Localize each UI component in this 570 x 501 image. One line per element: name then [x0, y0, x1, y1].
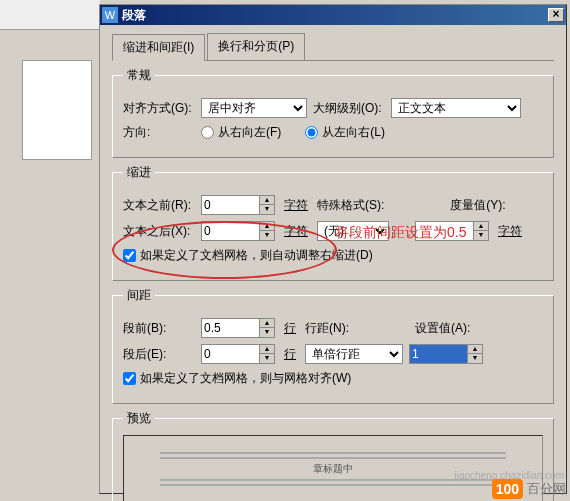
label-direction: 方向:: [123, 124, 195, 141]
label-spacing-before: 段前(B):: [123, 320, 195, 337]
app-icon: W: [102, 7, 118, 23]
legend-spacing: 间距: [123, 287, 155, 304]
chevron-down-icon: ▼: [260, 231, 274, 240]
legend-preview: 预览: [123, 410, 155, 427]
select-special[interactable]: (无): [317, 221, 389, 241]
unit-chars: 字符: [284, 197, 308, 214]
radio-rtl[interactable]: 从右向左(F): [201, 124, 281, 141]
tab-indent-spacing[interactable]: 缩进和间距(I): [112, 34, 205, 61]
chevron-down-icon: ▼: [260, 205, 274, 214]
select-linespacing[interactable]: 单倍行距: [305, 344, 403, 364]
label-measure: 度量值(Y):: [450, 197, 505, 214]
label-special: 特殊格式(S):: [317, 197, 384, 214]
watermark-text: 百分网: [527, 480, 566, 498]
spinner-indent-before[interactable]: ▲▼: [201, 195, 275, 215]
label-alignment: 对齐方式(G):: [123, 100, 195, 117]
paragraph-dialog: W 段落 × 缩进和间距(I) 换行和分页(P) 常规 对齐方式(G): 居中对…: [99, 4, 567, 494]
chevron-down-icon: ▼: [474, 231, 488, 240]
label-linespacing: 行距(N):: [305, 320, 349, 337]
dialog-title: 段落: [122, 7, 548, 24]
select-alignment[interactable]: 居中对齐: [201, 98, 307, 118]
spinner-indent-after[interactable]: ▲▼: [201, 221, 275, 241]
titlebar: W 段落 ×: [100, 5, 566, 25]
check-snap-grid[interactable]: 如果定义了文档网格，则与网格对齐(W): [123, 370, 351, 387]
spinner-spacing-after[interactable]: ▲▼: [201, 344, 275, 364]
chevron-up-icon: ▲: [260, 319, 274, 328]
spinner-measure[interactable]: ▲▼: [415, 221, 489, 241]
watermark-badge: 100: [492, 479, 523, 499]
group-indent: 缩进 文本之前(R): ▲▼ 字符 特殊格式(S): 度量值(Y): 文本之后(…: [112, 164, 554, 281]
check-auto-indent[interactable]: 如果定义了文档网格，则自动调整右缩进(D): [123, 247, 373, 264]
select-outline[interactable]: 正文文本: [391, 98, 521, 118]
legend-general: 常规: [123, 67, 155, 84]
chevron-down-icon: ▼: [260, 328, 274, 337]
tab-strip: 缩进和间距(I) 换行和分页(P): [112, 33, 554, 61]
chevron-up-icon: ▲: [260, 196, 274, 205]
label-spacing-after: 段后(E):: [123, 346, 195, 363]
spinner-setvalue[interactable]: ▲▼: [409, 344, 483, 364]
group-spacing: 间距 段前(B): ▲▼ 行 行距(N): 设置值(A): 段后(E): ▲▼ …: [112, 287, 554, 404]
watermark: 100 百分网: [492, 479, 566, 499]
legend-indent: 缩进: [123, 164, 155, 181]
preview-area: 章标题中: [123, 435, 543, 501]
chevron-down-icon: ▼: [260, 354, 274, 363]
chevron-up-icon: ▲: [260, 345, 274, 354]
label-indent-before: 文本之前(R):: [123, 197, 195, 214]
label-outline: 大纲级别(O):: [313, 100, 385, 117]
group-general: 常规 对齐方式(G): 居中对齐 大纲级别(O): 正文文本 方向: 从右向左(…: [112, 67, 554, 158]
chevron-down-icon: ▼: [468, 354, 482, 363]
spinner-spacing-before[interactable]: ▲▼: [201, 318, 275, 338]
close-icon[interactable]: ×: [548, 8, 564, 22]
label-indent-after: 文本之后(X):: [123, 223, 195, 240]
radio-ltr[interactable]: 从左向右(L): [305, 124, 385, 141]
label-setvalue: 设置值(A):: [415, 320, 470, 337]
group-preview: 预览 章标题中: [112, 410, 554, 501]
tab-line-page-breaks[interactable]: 换行和分页(P): [207, 33, 305, 60]
chevron-up-icon: ▲: [468, 345, 482, 354]
chevron-up-icon: ▲: [474, 222, 488, 231]
chevron-up-icon: ▲: [260, 222, 274, 231]
